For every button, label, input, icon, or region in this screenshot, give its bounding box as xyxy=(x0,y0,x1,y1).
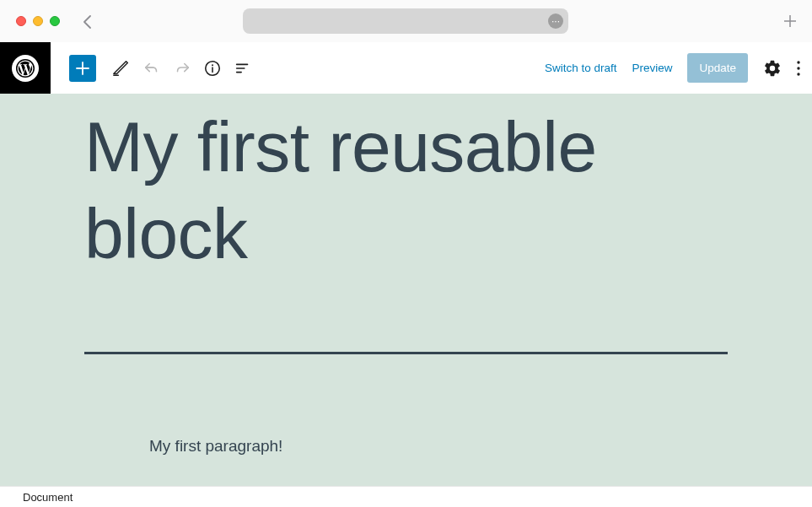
editor-toolbar: Switch to draft Preview Update xyxy=(0,42,812,94)
tools-button[interactable] xyxy=(111,58,132,78)
plus-icon xyxy=(73,59,92,78)
undo-icon xyxy=(143,59,161,78)
svg-point-4 xyxy=(797,67,799,69)
svg-point-5 xyxy=(797,73,799,75)
paragraph-block[interactable]: My first paragraph! xyxy=(149,437,282,456)
close-window-button[interactable] xyxy=(16,16,26,26)
pencil-icon xyxy=(112,59,131,78)
list-view-icon xyxy=(234,59,252,78)
redo-icon xyxy=(173,59,191,78)
switch-to-draft-button[interactable]: Switch to draft xyxy=(545,62,617,74)
breadcrumb-bar: Document xyxy=(0,486,812,507)
svg-point-2 xyxy=(212,64,213,66)
window-titlebar: ··· xyxy=(0,0,812,42)
separator-block[interactable] xyxy=(84,352,728,354)
post-title-input[interactable]: My first reusable block xyxy=(84,104,728,278)
new-tab-button[interactable] xyxy=(784,15,796,27)
undo-button[interactable] xyxy=(142,58,162,78)
traffic-lights xyxy=(16,16,60,26)
maximize-window-button[interactable] xyxy=(50,16,60,26)
chevron-left-icon xyxy=(83,15,92,29)
details-button[interactable] xyxy=(202,58,223,78)
ellipsis-glyph: ··· xyxy=(551,16,560,26)
wp-logo-button[interactable] xyxy=(0,42,51,94)
list-view-button[interactable] xyxy=(233,58,253,78)
address-bar[interactable]: ··· xyxy=(243,8,568,34)
minimize-window-button[interactable] xyxy=(33,16,43,26)
plus-icon xyxy=(784,15,796,27)
wordpress-logo-icon xyxy=(12,55,39,82)
toolbar-right-group: Switch to draft Preview Update xyxy=(545,53,800,83)
back-button[interactable] xyxy=(83,15,92,29)
update-button[interactable]: Update xyxy=(687,53,748,83)
gear-icon xyxy=(763,59,782,78)
info-icon xyxy=(203,59,222,78)
breadcrumb-root[interactable]: Document xyxy=(23,491,73,504)
toolbar-left-group xyxy=(69,55,253,82)
redo-button[interactable] xyxy=(172,58,192,78)
svg-point-3 xyxy=(797,61,799,63)
kebab-icon xyxy=(797,61,800,76)
editor-canvas[interactable]: My first reusable block My first paragra… xyxy=(0,94,812,486)
preview-button[interactable]: Preview xyxy=(632,62,672,74)
ellipsis-icon: ··· xyxy=(548,13,563,29)
add-block-button[interactable] xyxy=(69,55,96,82)
settings-button[interactable] xyxy=(763,59,782,78)
more-options-button[interactable] xyxy=(797,61,800,76)
